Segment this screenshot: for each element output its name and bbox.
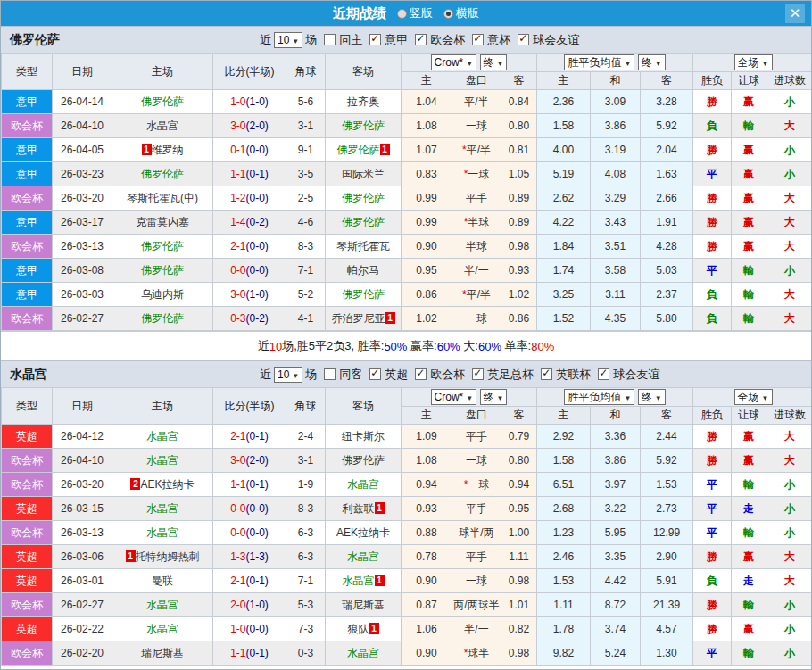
corners-cell: 3-1 [286,114,326,138]
handicap-odds-cell: 0.80 [501,114,537,138]
home-team-cell: 水晶宫 [112,449,213,473]
select-value: 10 [278,368,289,381]
match-scope-select[interactable]: 全场▼ [734,389,773,405]
handicap-odds-cell: 1.00 [501,521,537,545]
same-venue-checkbox[interactable] [324,34,336,45]
league-label: 意杯 [487,32,510,48]
score-cell: 3-0(2-0) [213,449,286,473]
score-cell: 3-0(2-0) [213,114,286,138]
select-value: 全场 [738,56,759,69]
avg-final-select[interactable]: 终▼ [638,389,666,405]
select-value: Crow* [435,56,464,69]
team-label: 佛罗伦萨 [342,216,385,228]
league-checkbox[interactable] [369,34,381,45]
filter-bar: 近10▼场同主意甲欧会杯意杯球会友谊 [260,32,579,48]
score-cell: 2-1(0-0) [213,235,286,259]
recent-count-select[interactable]: 10▼ [274,32,302,48]
outcome-cell: 輸 [732,283,766,307]
outcome-cell: 大 [766,569,812,593]
away-team-cell: 佛罗伦萨 [326,211,402,235]
team-label: 克雷莫内塞 [136,216,189,228]
handicap-odds-cell: 0.94 [402,473,452,497]
league-checkbox[interactable] [369,368,381,380]
avg-odds-cell: 3.09 [591,90,641,114]
recent-count-select[interactable]: 10▼ [274,367,302,383]
team-label: 佛罗伦萨 [141,240,184,252]
close-icon[interactable]: ✕ [785,4,805,23]
corners-cell: 2-4 [286,425,326,449]
scope-group-header: 全场▼ [693,54,812,72]
league-checkbox[interactable] [472,368,484,380]
match-date: 26-02-20 [53,641,112,666]
chevron-down-icon: ▼ [497,394,504,402]
table-row: 意甲26-03-17克雷莫内塞1-4(0-2)4-6佛罗伦萨0.99*半球0.8… [2,211,812,235]
layout-radio-vertical[interactable]: 竖版 [390,5,433,21]
column-header: 比分(半场) [213,54,286,90]
league-checkbox[interactable] [415,368,427,380]
same-venue-checkbox[interactable] [324,368,336,380]
outcome-cell: 小 [766,138,812,162]
competition-badge: 欧会杯 [2,114,53,138]
team-label: 帕尔马 [347,264,379,277]
competition-badge: 欧会杯 [2,307,53,331]
team-label: 托特纳姆热刺 [136,550,200,563]
match-scope-select[interactable]: 全场▼ [734,54,773,70]
team-label: 国际米兰 [342,168,385,180]
away-team-cell: 佛罗伦萨 [326,186,402,211]
summary-segment: 50% [384,340,407,353]
team-label: 水晶宫 [146,430,178,443]
column-subheader: 和 [591,72,641,90]
avg-odds-cell: 1.23 [537,521,591,545]
fulltime-score: 0-0 [230,502,245,515]
avg-final-select[interactable]: 终▼ [638,54,666,70]
column-header: 主场 [112,54,213,90]
outcome-cell: 大 [766,283,812,307]
odds-final-select[interactable]: 终▼ [480,54,508,70]
avg-odds-cell: 1.53 [641,473,693,497]
table-row: 英超26-04-12水晶宫2-1(0-1)2-4纽卡斯尔1.09平手0.792.… [2,425,812,449]
odds-final-select[interactable]: 终▼ [480,389,508,405]
games-label: 场 [305,32,317,48]
handicap-odds-cell: 0.79 [501,425,537,449]
avg-odds-cell: 3.51 [591,235,641,259]
avg-odds-cell: 5.24 [591,641,641,666]
avg-odds-cell: 2.44 [641,425,693,449]
away-team-cell: 琴斯托霍瓦 [326,235,402,259]
odds-source-select[interactable]: Crow*▼ [431,54,477,70]
outcome-cell: 勝 [693,425,732,449]
score-cell: 2-0(1-0) [213,593,286,617]
outcome-cell: 赢 [732,235,766,259]
red-card-badge: 2 [130,478,140,490]
table-row: 欧会杯26-02-27佛罗伦萨0-3(0-2)4-1乔治罗尼亚11.02一球0.… [2,307,812,331]
score-cell: 3-0(1-0) [213,283,286,307]
match-date: 26-02-27 [53,593,112,617]
handicap-odds-cell: 0.87 [402,593,452,617]
league-checkbox[interactable] [518,34,529,45]
column-subheader: 让球 [732,407,766,425]
chevron-down-icon: ▼ [624,394,631,402]
avg-odds-cell: 3.86 [591,449,641,473]
home-team-cell: 佛罗伦萨 [112,259,213,283]
odds-source-select[interactable]: Crow*▼ [431,389,477,405]
avg-group-header: 胜平负均值▼ 终▼ [537,388,693,407]
avg-odds-select[interactable]: 胜平负均值▼ [564,54,634,70]
league-checkbox[interactable] [598,368,609,380]
league-checkbox[interactable] [415,34,427,45]
avg-odds-select[interactable]: 胜平负均值▼ [564,389,634,405]
table-row: 意甲26-03-08佛罗伦萨0-0(0-0)7-1帕尔马0.95半/一0.931… [2,259,812,283]
league-checkbox[interactable] [472,34,484,45]
league-checkbox[interactable] [541,368,552,380]
match-date: 26-02-22 [53,617,112,641]
away-team-cell: 拉齐奥 [326,90,402,114]
league-label: 球会友谊 [613,367,659,383]
match-date: 26-03-01 [53,569,112,593]
radio-icon[interactable] [397,9,407,19]
handicap-odds-cell: 1.02 [402,307,452,331]
layout-radio-horizontal[interactable]: 横版 [436,5,479,21]
outcome-cell: 赢 [732,138,766,162]
outcome-cell: 赢 [732,162,766,186]
match-date: 26-04-12 [53,425,112,449]
avg-odds-cell: 2.46 [537,545,591,569]
outcome-cell: 赢 [732,211,766,235]
radio-icon[interactable] [443,9,453,19]
